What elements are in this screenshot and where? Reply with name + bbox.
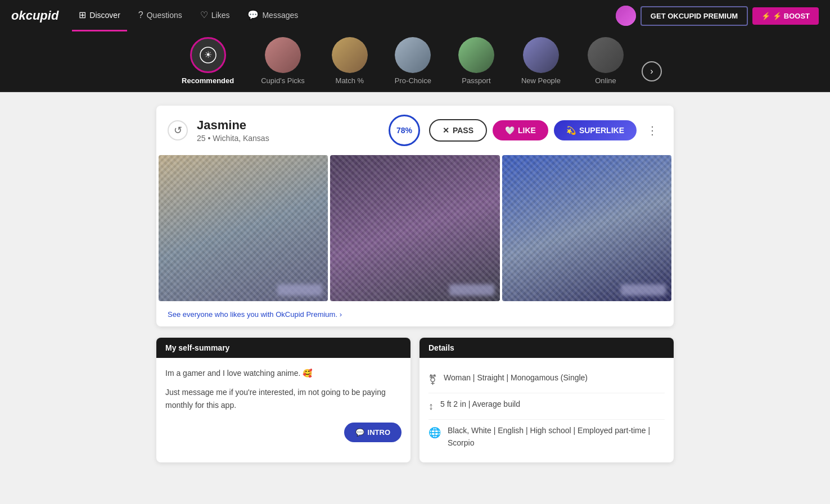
profile-location: Wichita, Kansas (213, 134, 269, 143)
self-summary-card: My self-summary Im a gamer and I love wa… (156, 338, 411, 462)
new-people-icon-wrap (523, 37, 559, 73)
profile-age: 25 (197, 134, 206, 143)
boost-icon: ⚡ (761, 12, 770, 20)
photo-badge-1 (277, 284, 322, 296)
intro-button[interactable]: 💬 INTRO (344, 423, 402, 442)
details-body: ⚧ Woman | Straight | Monogamous (Single)… (419, 358, 674, 462)
height-icon: ↕ (428, 398, 434, 415)
self-summary-p1: Im a gamer and I love watching anime. 🥰 (165, 367, 402, 379)
detail-gender: ⚧ Woman | Straight | Monogamous (Single) (428, 367, 665, 393)
detail-height-text: 5 ft 2 in | Average build (440, 398, 520, 410)
boost-button[interactable]: ⚡ ⚡ BOOST (752, 7, 819, 25)
online-icon-wrap (588, 37, 624, 73)
likes-icon: ♡ (200, 10, 208, 20)
like-label: LIKE (518, 126, 536, 135)
recommended-label: Recommended (182, 76, 234, 85)
self-summary-body: Im a gamer and I love watching anime. 🥰 … (156, 358, 411, 427)
profile-photo-3[interactable] (502, 155, 671, 301)
nav-discover-label: Discover (89, 11, 120, 20)
navbar: okcupid ⊞ Discover ? Questions ♡ Likes 💬… (0, 0, 830, 31)
profile-sections: My self-summary Im a gamer and I love wa… (156, 338, 674, 462)
detail-height: ↕ 5 ft 2 in | Average build (428, 393, 665, 420)
like-heart-icon: 🤍 (505, 126, 515, 135)
photo-badge-2 (449, 284, 494, 296)
category-cupids-picks[interactable]: Cupid's Picks (247, 31, 318, 92)
pass-x-icon: ✕ (443, 126, 449, 135)
gender-icon: ⚧ (428, 372, 437, 388)
match-percent-circle: 78% (389, 115, 420, 146)
nav-questions[interactable]: ? Questions (132, 0, 189, 31)
match-percent-value: 78% (396, 126, 412, 135)
intro-chat-icon: 💬 (355, 428, 364, 437)
nav-discover[interactable]: ⊞ Discover (72, 0, 127, 31)
like-button[interactable]: 🤍 LIKE (493, 120, 548, 140)
category-match[interactable]: Match % (318, 31, 381, 92)
details-card: Details ⚧ Woman | Straight | Monogamous … (419, 338, 674, 462)
detail-background: 🌐 Black, White | English | High school |… (428, 420, 665, 454)
profile-name-info: Jasmine 25 • Wichita, Kansas (197, 118, 380, 143)
details-header: Details (419, 338, 674, 358)
profile-name: Jasmine (197, 118, 380, 133)
undo-button[interactable]: ↺ (168, 120, 188, 140)
match-icon-wrap (332, 37, 368, 73)
photos-row (156, 155, 674, 303)
details-list: ⚧ Woman | Straight | Monogamous (Single)… (428, 367, 665, 453)
user-avatar[interactable] (616, 6, 636, 26)
premium-likes-text: See everyone who likes you with OkCupid … (168, 310, 342, 319)
profile-age-location: 25 • Wichita, Kansas (197, 134, 380, 143)
profile-photo-2[interactable] (330, 155, 499, 301)
premium-likes-link[interactable]: See everyone who likes you with OkCupid … (156, 303, 674, 326)
detail-gender-text: Woman | Straight | Monogamous (Single) (444, 371, 588, 384)
superlike-label: SUPERLIKE (579, 126, 624, 135)
background-icon: 🌐 (428, 425, 441, 441)
boost-label: ⚡ BOOST (773, 12, 810, 20)
nav-likes[interactable]: ♡ Likes (193, 0, 237, 31)
category-bar: ☀ Recommended Cupid's Picks Match % Pro-… (0, 31, 830, 92)
intro-label: INTRO (368, 428, 390, 437)
profile-card: ↺ Jasmine 25 • Wichita, Kansas 78% ✕ PAS… (156, 106, 674, 326)
category-pro-choice[interactable]: Pro-Choice (381, 31, 445, 92)
self-summary-header: My self-summary (156, 338, 411, 358)
cupids-picks-icon-wrap (265, 37, 301, 73)
nav-likes-label: Likes (211, 11, 230, 20)
nav-messages-label: Messages (262, 11, 298, 20)
profile-photo-1[interactable] (159, 155, 328, 301)
more-options-button[interactable]: ⋮ (642, 124, 662, 137)
pass-button[interactable]: ✕ PASS (429, 119, 487, 142)
main-content: ↺ Jasmine 25 • Wichita, Kansas 78% ✕ PAS… (145, 106, 685, 462)
match-label: Match % (336, 76, 364, 85)
recommended-icon: ☀ (200, 47, 216, 63)
nav-questions-label: Questions (147, 11, 182, 20)
detail-background-text: Black, White | English | High school | E… (448, 424, 665, 449)
category-new-people[interactable]: New People (508, 31, 574, 92)
brand-logo[interactable]: okcupid (11, 8, 58, 23)
recommended-icon-wrap: ☀ (190, 37, 226, 73)
online-label: Online (595, 76, 616, 85)
superlike-icon: 💫 (566, 126, 576, 135)
superlike-button[interactable]: 💫 SUPERLIKE (554, 120, 637, 140)
category-online[interactable]: Online (574, 31, 637, 92)
category-passport[interactable]: Passport (445, 31, 508, 92)
pass-label: PASS (453, 126, 473, 135)
pro-choice-icon-wrap (395, 37, 431, 73)
profile-separator: • (208, 134, 213, 143)
questions-icon: ? (138, 10, 143, 20)
premium-button[interactable]: GET OKCUPID PREMIUM (640, 6, 748, 26)
passport-icon-wrap (458, 37, 494, 73)
cupids-picks-label: Cupid's Picks (261, 76, 305, 85)
discover-icon: ⊞ (79, 10, 86, 20)
passport-label: Passport (462, 76, 490, 85)
new-people-label: New People (521, 76, 561, 85)
action-buttons: ✕ PASS 🤍 LIKE 💫 SUPERLIKE ⋮ (429, 119, 662, 142)
profile-header: ↺ Jasmine 25 • Wichita, Kansas 78% ✕ PAS… (156, 106, 674, 155)
category-recommended[interactable]: ☀ Recommended (168, 31, 247, 92)
photo-badge-3 (621, 284, 666, 296)
pro-choice-label: Pro-Choice (395, 76, 431, 85)
messages-icon: 💬 (247, 10, 259, 20)
category-next-button[interactable]: › (642, 61, 662, 81)
self-summary-p2: Just message me if you're interested, im… (165, 386, 402, 411)
nav-messages[interactable]: 💬 Messages (241, 0, 305, 31)
undo-icon: ↺ (174, 124, 182, 137)
svg-text:☀: ☀ (204, 50, 212, 60)
